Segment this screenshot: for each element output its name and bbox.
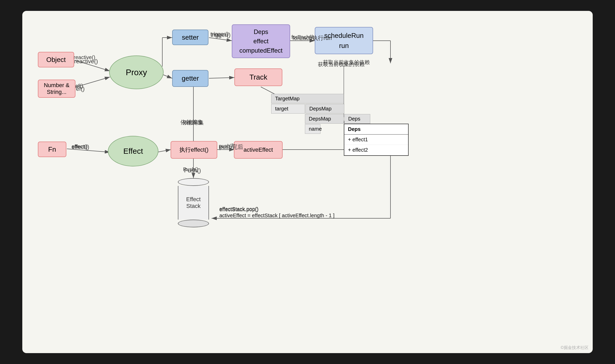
trigger-label: trigger() bbox=[211, 32, 230, 38]
svg-line-6 bbox=[162, 74, 172, 78]
node-setter: setter bbox=[172, 30, 208, 45]
target-label: target bbox=[271, 104, 305, 114]
cylinder-effect-stack: EffectStack bbox=[178, 178, 209, 227]
depsmap-label1: DepsMap bbox=[305, 104, 344, 114]
label-ref-text: ref() bbox=[74, 86, 85, 92]
deps-effect2: + effect2 bbox=[344, 145, 408, 155]
deps-detail-box: Deps + effect1 + effect2 bbox=[344, 124, 409, 156]
name-label: name bbox=[305, 124, 320, 134]
effect-fn-label: effect() bbox=[72, 144, 89, 150]
node-track: Track bbox=[234, 68, 282, 86]
effectstack-pop-label: effectStack.pop() bbox=[219, 206, 258, 212]
node-object: Object bbox=[38, 52, 74, 67]
getdeps-label: 获取当前收集的依赖 bbox=[318, 61, 365, 68]
watermark: ©掘金技术社区 bbox=[561, 345, 589, 351]
svg-line-17 bbox=[157, 150, 171, 152]
svg-line-11 bbox=[209, 78, 234, 78]
depsmap-label2: DepsMap bbox=[305, 114, 344, 124]
deps-gather-label: 依赖筹集 bbox=[180, 118, 203, 126]
deps-label-map: Deps bbox=[344, 114, 370, 124]
node-effect: Effect bbox=[108, 136, 158, 166]
node-deps: DepseffectcomputedEffect bbox=[232, 24, 290, 58]
active-effect-reset-label: activeEffect = effectStack [ activeEffec… bbox=[219, 213, 334, 219]
deps-box-title: Deps bbox=[344, 124, 408, 135]
deps-effect1: + effect1 bbox=[344, 135, 408, 145]
node-fn: Fn bbox=[38, 142, 66, 157]
node-number-string: Number &String... bbox=[38, 80, 75, 98]
push-complete-label: push完后 bbox=[219, 143, 243, 151]
targetmap-label: TargetMap bbox=[271, 94, 344, 103]
node-proxy: Proxy bbox=[109, 55, 164, 89]
push-label: Push() bbox=[184, 167, 201, 174]
label-reactive-text: reactive() bbox=[74, 58, 98, 65]
node-execute-effect: 执行effect() bbox=[171, 141, 217, 159]
foreach-label: forEach执行run bbox=[292, 34, 332, 42]
diagram: reactive() ref() trigger() forEach执行run … bbox=[22, 11, 593, 353]
node-getter: getter bbox=[172, 70, 208, 87]
arrows-svg bbox=[22, 11, 593, 353]
